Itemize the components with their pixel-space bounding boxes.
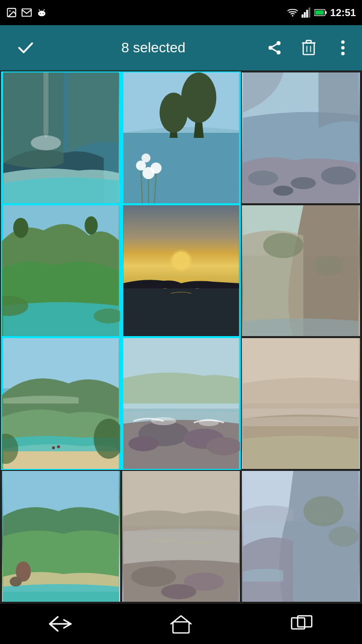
- svg-point-92: [329, 526, 359, 546]
- check-button[interactable]: [8, 39, 43, 57]
- photo-cell-10[interactable]: [2, 471, 120, 602]
- photo-cell-5[interactable]: [122, 205, 240, 336]
- status-time: 12:51: [330, 7, 356, 19]
- trash-icon: [301, 39, 316, 56]
- gmail-status-icon: [21, 7, 32, 18]
- svg-point-46: [274, 186, 294, 196]
- photo-5-overlay: [122, 205, 240, 336]
- image-status-icon: [6, 7, 17, 18]
- svg-point-28: [341, 52, 345, 55]
- photo-7-overlay: [2, 338, 120, 469]
- svg-rect-9: [302, 15, 304, 18]
- svg-point-87: [184, 573, 224, 591]
- svg-point-52: [94, 308, 120, 324]
- svg-point-27: [341, 46, 345, 50]
- svg-rect-53: [123, 205, 239, 336]
- svg-point-37: [150, 163, 161, 174]
- action-bar: 8 selected: [0, 25, 362, 70]
- svg-rect-81: [3, 471, 119, 516]
- photo-cell-3[interactable]: [242, 72, 360, 203]
- svg-rect-48: [3, 205, 119, 256]
- action-icons: [263, 37, 354, 59]
- photo-12-overlay: [242, 471, 360, 602]
- svg-rect-31: [123, 72, 239, 203]
- svg-point-36: [136, 160, 146, 171]
- svg-line-41: [154, 174, 156, 203]
- svg-point-76: [199, 419, 219, 426]
- photo-9-overlay: [242, 338, 360, 469]
- photo-cell-1[interactable]: [2, 72, 120, 203]
- svg-point-8: [292, 15, 293, 17]
- back-button[interactable]: [35, 609, 85, 639]
- photo-cell-6[interactable]: [242, 205, 360, 336]
- svg-point-74: [206, 437, 240, 455]
- home-icon: [170, 614, 192, 634]
- svg-point-49: [13, 218, 28, 238]
- home-button[interactable]: [156, 609, 206, 639]
- status-left-icons: [6, 7, 47, 18]
- svg-point-4: [40, 13, 41, 14]
- svg-line-6: [39, 10, 40, 11]
- photo-cell-12[interactable]: [242, 471, 360, 602]
- back-icon: [48, 615, 73, 633]
- selection-count: 8 selected: [43, 40, 263, 56]
- svg-rect-32: [123, 72, 239, 133]
- delete-button[interactable]: [298, 37, 320, 59]
- wifi-status-icon: [287, 7, 298, 18]
- svg-point-18: [277, 50, 281, 54]
- photo-cell-8[interactable]: [122, 338, 240, 469]
- photo-cell-2[interactable]: [122, 72, 240, 203]
- svg-point-5: [43, 13, 44, 14]
- svg-point-91: [304, 496, 344, 526]
- svg-rect-93: [173, 622, 189, 633]
- svg-point-75: [151, 417, 176, 425]
- svg-point-73: [128, 436, 158, 451]
- recent-apps-button[interactable]: [277, 609, 327, 639]
- more-icon: [340, 40, 345, 56]
- photo-cell-7[interactable]: [2, 338, 120, 469]
- svg-rect-59: [243, 205, 359, 336]
- svg-rect-77: [243, 338, 359, 469]
- svg-point-66: [57, 445, 60, 448]
- svg-line-7: [44, 10, 45, 11]
- svg-point-44: [291, 177, 316, 189]
- svg-point-83: [10, 577, 22, 587]
- svg-point-3: [38, 11, 46, 16]
- svg-point-30: [31, 135, 61, 150]
- svg-point-43: [248, 171, 279, 186]
- svg-point-45: [321, 167, 356, 185]
- svg-rect-90: [243, 471, 359, 521]
- svg-point-55: [172, 252, 190, 270]
- photo-3-overlay: [242, 72, 360, 203]
- photo-cell-11[interactable]: [122, 471, 240, 602]
- svg-rect-10: [304, 12, 306, 18]
- svg-point-68: [2, 434, 18, 464]
- checkmark-icon: [17, 39, 35, 57]
- svg-rect-21: [303, 43, 314, 54]
- svg-rect-89: [243, 471, 359, 602]
- photo-cell-9[interactable]: [242, 338, 360, 469]
- svg-rect-63: [3, 338, 119, 469]
- svg-rect-64: [3, 338, 119, 388]
- photo-8-overlay: [122, 338, 240, 469]
- signal-status-icon: [301, 7, 311, 18]
- svg-point-72: [184, 429, 224, 449]
- svg-rect-78: [243, 338, 359, 404]
- svg-point-62: [314, 256, 344, 276]
- svg-point-65: [52, 446, 55, 449]
- photo-grid: [0, 70, 362, 604]
- svg-point-17: [268, 46, 273, 50]
- share-button[interactable]: [263, 37, 286, 59]
- more-button[interactable]: [332, 37, 354, 59]
- photo-cell-4[interactable]: [2, 205, 120, 336]
- status-right-icons: 12:51: [287, 7, 356, 19]
- svg-line-19: [272, 49, 277, 51]
- svg-point-88: [161, 584, 196, 599]
- status-bar: 12:51: [0, 0, 362, 25]
- svg-point-61: [263, 233, 304, 258]
- svg-rect-14: [325, 11, 327, 14]
- svg-point-50: [84, 216, 98, 234]
- svg-rect-84: [123, 471, 239, 602]
- svg-point-34: [159, 93, 188, 133]
- svg-rect-58: [123, 283, 239, 336]
